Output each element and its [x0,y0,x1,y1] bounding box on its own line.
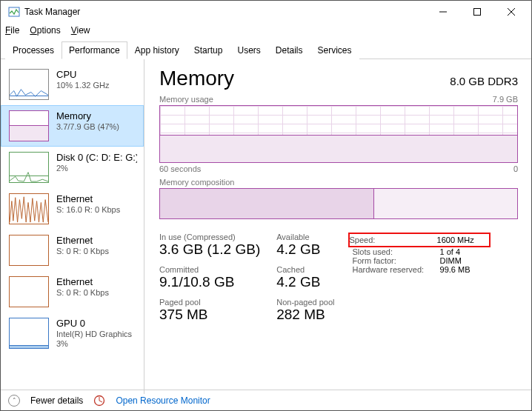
sidebar-item-value: 2% [56,164,137,173]
stat-value-inuse: 3.6 GB (1.2 GB) [159,241,260,258]
stat-value-cached: 4.2 GB [276,274,334,290]
sidebar: CPU 10% 1.32 GHz Memory 3.7/7.9 GB (47%)… [1,59,144,394]
open-resource-monitor-link[interactable]: Open Resource Monitor [116,395,210,406]
composition-label: Memory composition [159,178,518,187]
sidebar-item-ethernet-1[interactable]: Ethernet S: 16.0 R: 0 Kbps [1,188,144,230]
sidebar-item-value: S: 0 R: 0 Kbps [56,288,109,297]
menubar: File Options View [1,23,531,38]
hw-form-label: Form factor: [353,256,440,265]
sidebar-item-value: Intel(R) HD Graphics [56,330,132,338]
ethernet-thumbnail-chart [9,193,49,224]
hw-slots-label: Slots used: [353,247,440,256]
memory-composition-chart[interactable] [159,188,518,219]
task-manager-window: Task Manager File Options View Processes… [0,0,532,411]
hw-speed-label: Speed: [350,235,437,244]
sidebar-item-label: GPU 0 [56,318,132,329]
maximize-button[interactable] [460,1,494,23]
tab-services[interactable]: Services [310,41,359,59]
gpu-thumbnail-chart [9,318,49,349]
memory-stats: In use (Compressed) 3.6 GB (1.2 GB) Avai… [159,233,335,329]
sidebar-item-label: CPU [56,69,110,80]
sidebar-item-gpu[interactable]: GPU 0 Intel(R) HD Graphics 3% [1,313,144,354]
sidebar-item-value: 10% 1.32 GHz [56,81,110,90]
tab-users[interactable]: Users [230,41,267,59]
stat-value-committed: 9.1/10.8 GB [159,274,260,290]
stat-value-nonpaged: 282 MB [276,307,334,323]
memory-capacity: 8.0 GB DDR3 [450,75,518,87]
menu-file[interactable]: File [5,25,19,36]
sidebar-item-value: 3.7/7.9 GB (47%) [56,122,119,131]
titlebar[interactable]: Task Manager [1,1,531,23]
sidebar-item-value: S: 0 R: 0 Kbps [56,247,109,255]
tab-app-history[interactable]: App history [127,41,187,59]
chevron-up-icon[interactable]: ˄ [8,395,20,407]
tab-details[interactable]: Details [268,41,310,59]
menu-view[interactable]: View [71,25,90,36]
stat-value-available: 4.2 GB [276,241,334,258]
svg-line-7 [99,401,102,402]
stat-label-paged: Paged pool [159,298,260,307]
window-title: Task Manager [24,7,426,17]
hw-form-value: DIMM [440,256,492,265]
ethernet-thumbnail-chart [9,276,49,307]
stat-label-nonpaged: Non-paged pool [276,298,334,307]
speed-highlight-box: Speed:1600 MHz [348,233,491,247]
sidebar-item-label: Memory [56,110,119,121]
tab-startup[interactable]: Startup [187,41,230,59]
sidebar-item-memory[interactable]: Memory 3.7/7.9 GB (47%) [1,105,144,147]
sidebar-item-ethernet-2[interactable]: Ethernet S: 0 R: 0 Kbps [1,230,144,271]
detail-pane: Memory 8.0 GB DDR3 Memory usage 7.9 GB 6… [144,59,531,394]
hw-speed-value: 1600 MHz [437,235,489,244]
chart-axis-right: 0 [513,164,518,173]
minimize-button[interactable] [426,1,460,23]
detail-title: Memory [159,67,234,90]
task-manager-icon [8,6,20,18]
tab-processes[interactable]: Processes [5,41,61,59]
hw-slots-value: 1 of 4 [440,247,492,256]
stat-value-paged: 375 MB [159,307,260,323]
stat-label-available: Available [276,233,334,241]
close-button[interactable] [494,1,528,23]
menu-options[interactable]: Options [30,25,60,36]
ethernet-thumbnail-chart [9,235,49,266]
sidebar-item-label: Ethernet [56,193,120,204]
stat-label-committed: Committed [159,265,260,274]
stat-label-inuse: In use (Compressed) [159,233,260,241]
sidebar-item-value2: 3% [56,339,132,348]
footer: ˄ Fewer details Open Resource Monitor [1,390,531,410]
resource-monitor-icon [93,395,105,407]
sidebar-item-ethernet-3[interactable]: Ethernet S: 0 R: 0 Kbps [1,271,144,313]
svg-rect-2 [474,9,481,16]
disk-thumbnail-chart [9,152,49,183]
sidebar-item-disk[interactable]: Disk 0 (C: D: E: G:) 2% [1,147,144,188]
sidebar-item-label: Ethernet [56,276,109,287]
stat-label-cached: Cached [276,265,334,274]
sidebar-item-label: Disk 0 (C: D: E: G:) [56,152,137,163]
sidebar-item-label: Ethernet [56,235,109,246]
tab-performance[interactable]: Performance [61,41,127,59]
tabs: Processes Performance App history Startu… [1,41,531,59]
chart-axis-left: 60 seconds [159,164,201,173]
memory-hw-info: Speed:1600 MHz Slots used:1 of 4 Form fa… [353,233,495,329]
usage-chart-max: 7.9 GB [493,95,518,104]
usage-chart-label: Memory usage [159,95,213,104]
cpu-thumbnail-chart [9,69,49,100]
sidebar-item-cpu[interactable]: CPU 10% 1.32 GHz [1,64,144,105]
memory-usage-chart[interactable] [159,105,518,163]
sidebar-item-value: S: 16.0 R: 0 Kbps [56,205,120,214]
hw-hwres-value: 99.6 MB [440,265,492,274]
hw-hwres-label: Hardware reserved: [353,265,440,274]
memory-thumbnail-chart [9,110,49,141]
fewer-details-link[interactable]: Fewer details [30,395,83,406]
